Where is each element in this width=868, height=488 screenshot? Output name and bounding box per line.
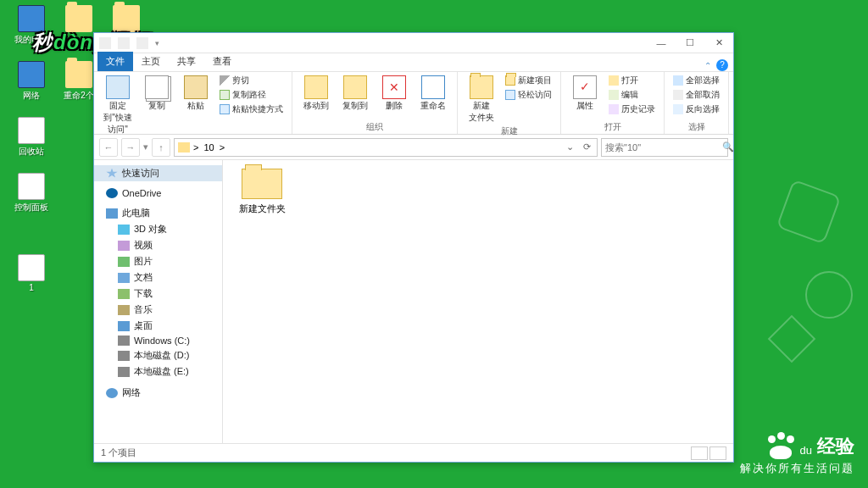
new-icon <box>505 75 515 86</box>
disk-icon <box>118 367 130 377</box>
group-label: 打开 <box>568 119 657 134</box>
address-bar: ← → ▾ ↑ > 10 > ⌄ ⟳ 🔍 <box>94 135 733 160</box>
nav-videos[interactable]: 视频 <box>94 237 222 253</box>
nav-3dobjects[interactable]: 3D 对象 <box>94 221 222 237</box>
qat-properties-icon[interactable] <box>118 37 130 49</box>
desktop-icon-trash2[interactable]: 1 <box>10 254 53 292</box>
edit-icon <box>609 90 619 100</box>
desktop-icon-folder3[interactable] <box>105 5 147 34</box>
newfolder-button[interactable]: 新建 文件夹 <box>465 74 498 124</box>
desktop-icon-mycomputer[interactable]: 我的电脑 <box>10 5 53 46</box>
invertselect-button[interactable]: 反向选择 <box>671 103 721 116</box>
nav-downloads[interactable]: 下载 <box>94 286 222 302</box>
qat-newfolder-icon[interactable] <box>136 37 148 49</box>
cut-button[interactable]: 剪切 <box>218 74 285 87</box>
newitem-button[interactable]: 新建项目 <box>504 74 554 87</box>
maximize-button[interactable]: ☐ <box>676 34 704 53</box>
forward-button[interactable]: → <box>121 138 140 157</box>
history-button[interactable]: 历史记录 <box>607 103 657 116</box>
selectnone-button[interactable]: 全部取消 <box>671 88 721 102</box>
ribbon-tabs: 文件 主页 共享 查看 ⌃ ? <box>94 53 733 72</box>
collapse-ribbon-icon[interactable]: ⌃ <box>704 61 711 70</box>
desktop-icon <box>118 321 130 331</box>
easy-icon <box>505 90 515 100</box>
desktop-icon-folder1[interactable] <box>58 5 100 34</box>
folder-icon <box>242 169 282 199</box>
ribbon-group-new: 新建 文件夹 新建项目 轻松访问 新建 <box>458 72 561 134</box>
nav-thispc[interactable]: 此电脑 <box>94 205 222 221</box>
properties-button[interactable]: 属性 <box>568 74 602 112</box>
minimize-button[interactable]: — <box>647 34 676 53</box>
ribbon-group-select: 全部选择 全部取消 反向选择 选择 <box>665 72 729 134</box>
up-button[interactable]: ↑ <box>152 138 170 157</box>
breadcrumb[interactable]: > 10 > ⌄ ⟳ <box>174 138 598 157</box>
nav-network[interactable]: 网络 <box>94 385 222 401</box>
delete-button[interactable]: 删除 <box>377 74 411 112</box>
nav-tree[interactable]: 快速访问 OneDrive 此电脑 3D 对象 视频 图片 文档 下载 音乐 桌… <box>94 160 223 443</box>
search-box[interactable]: 🔍 <box>601 138 728 157</box>
group-label: 组织 <box>299 119 450 134</box>
copy-button[interactable]: 复制 <box>140 74 174 112</box>
help-icon[interactable]: ? <box>716 59 728 71</box>
group-label: 选择 <box>671 119 721 134</box>
desktop-icon-controlpanel[interactable]: 控制面板 <box>10 173 53 214</box>
nav-desktop[interactable]: 桌面 <box>94 318 222 334</box>
doc-icon <box>118 273 130 283</box>
back-button[interactable]: ← <box>99 138 118 157</box>
nav-quickaccess[interactable]: 快速访问 <box>94 165 222 181</box>
open-button[interactable]: 打开 <box>607 74 657 87</box>
cloud-icon <box>106 188 118 198</box>
history-icon <box>609 104 619 114</box>
folder-icon <box>99 37 111 49</box>
copypath-button[interactable]: 复制路径 <box>218 88 285 102</box>
disk-icon <box>118 336 130 346</box>
pin-quickaccess-button[interactable]: 固定到"快速访问" <box>101 74 135 136</box>
selectall-button[interactable]: 全部选择 <box>671 74 721 87</box>
nav-music[interactable]: 音乐 <box>94 302 222 318</box>
tab-share[interactable]: 共享 <box>169 52 204 71</box>
folder-label: 新建文件夹 <box>231 202 292 215</box>
scissors-icon <box>220 75 230 86</box>
nav-drive-e[interactable]: 本地磁盘 (E:) <box>94 363 222 380</box>
moveto-button[interactable]: 移动到 <box>299 74 333 112</box>
breadcrumb-root[interactable]: 10 <box>202 142 215 152</box>
nav-pictures[interactable]: 图片 <box>94 253 222 269</box>
nav-onedrive[interactable]: OneDrive <box>94 186 222 200</box>
open-icon <box>609 75 619 86</box>
label: 1 <box>10 283 53 292</box>
address-dropdown-icon[interactable]: ⌄ <box>563 141 576 152</box>
brand-small: du <box>800 444 812 457</box>
edit-button[interactable]: 编辑 <box>607 88 657 102</box>
tab-file[interactable]: 文件 <box>97 52 133 71</box>
item-count: 1 个项目 <box>101 446 136 459</box>
explorer-window: ▾ — ☐ ✕ 文件 主页 共享 查看 ⌃ ? 固定到"快速访问" 复制 粘贴 … <box>93 32 734 463</box>
ribbon-group-open: 属性 打开 编辑 历史记录 打开 <box>561 72 665 134</box>
rename-button[interactable]: 重命名 <box>416 74 450 112</box>
nav-drive-c[interactable]: Windows (C:) <box>94 334 222 347</box>
network-icon <box>106 388 118 398</box>
search-input[interactable] <box>605 142 722 152</box>
view-details-button[interactable] <box>691 446 708 460</box>
copyto-button[interactable]: 复制到 <box>338 74 372 112</box>
brand-sub: 解决你所有生活问题 <box>740 461 854 476</box>
tab-view[interactable]: 查看 <box>204 52 240 71</box>
desktop-icon-recyclebin[interactable]: 回收站 <box>10 117 53 158</box>
refresh-button[interactable]: ⟳ <box>580 141 593 152</box>
easyaccess-button[interactable]: 轻松访问 <box>504 88 554 102</box>
recent-dropdown-icon[interactable]: ▾ <box>143 141 148 152</box>
label: 网络 <box>10 90 53 102</box>
nav-drive-d[interactable]: 本地磁盘 (D:) <box>94 347 222 363</box>
qat-dropdown-icon[interactable]: ▾ <box>155 39 159 47</box>
nav-documents[interactable]: 文档 <box>94 269 222 286</box>
deco-shape <box>776 180 842 245</box>
desktop-icon-network[interactable]: 网络 <box>10 61 53 102</box>
paste-button[interactable]: 粘贴 <box>179 74 213 112</box>
view-icons-button[interactable] <box>709 446 726 460</box>
folder-item[interactable]: 新建文件夹 <box>231 169 292 215</box>
close-button[interactable]: ✕ <box>704 34 733 53</box>
tab-home[interactable]: 主页 <box>133 52 169 71</box>
search-icon[interactable]: 🔍 <box>722 141 734 152</box>
paste-shortcut-button[interactable]: 粘贴快捷方式 <box>218 103 285 116</box>
file-pane[interactable]: 新建文件夹 <box>223 160 733 443</box>
invert-icon <box>673 104 683 114</box>
